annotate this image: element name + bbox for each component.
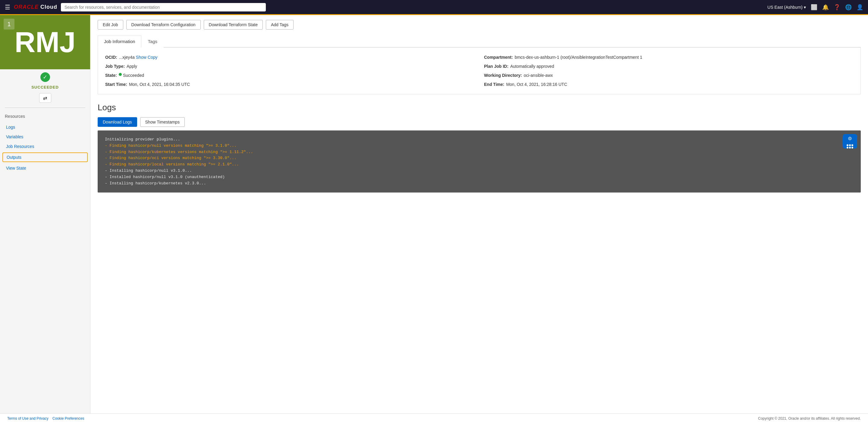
help-fab-dots (846, 144, 853, 149)
sidebar-initials: RMJ (14, 28, 76, 57)
sidebar-divider (5, 107, 85, 108)
topnav: ☰ ORACLE Cloud US East (Ashburn) ▾ ⬜ 🔔 ❓… (0, 0, 868, 15)
working-dir-label: Working Directory: (484, 73, 522, 78)
terms-link[interactable]: Terms of Use and Privacy (7, 416, 49, 421)
sidebar-item-variables[interactable]: Variables (0, 132, 90, 141)
log-line-2: - Finding hashicorp/kubernetes versions … (105, 149, 854, 156)
bell-icon[interactable]: 🔔 (822, 4, 829, 10)
log-line-5: - Installing hashicorp/null v3.1.0... (105, 168, 854, 174)
show-timestamps-button[interactable]: Show Timestamps (140, 117, 185, 127)
plan-job-id-label: Plan Job ID: (484, 64, 508, 69)
sidebar-status-icon-container: ✓ (0, 69, 90, 84)
sidebar: 1 RMJ ✓ SUCCEEDED ⇄ Resources Logs Varia… (0, 15, 90, 413)
tab-tags[interactable]: Tags (141, 36, 164, 47)
info-card: OCID: ...xjey4a Show Copy Job Type: Appl… (98, 47, 861, 94)
log-line-1: - Finding hashicorp/null versions matchi… (105, 143, 854, 149)
info-left: OCID: ...xjey4a Show Copy Job Type: Appl… (105, 55, 474, 87)
state-label: State: (105, 73, 117, 78)
copy-link[interactable]: Copy (148, 55, 158, 60)
end-time-row: End Time: Mon, Oct 4, 2021, 16:28:16 UTC (484, 82, 853, 87)
log-line-6: - Installed hashicorp/null v3.1.0 (unaut… (105, 174, 854, 181)
info-right: Compartment: bmcs-dex-us-ashburn-1 (root… (484, 55, 853, 87)
add-tags-button[interactable]: Add Tags (266, 20, 293, 30)
log-line-3: - Finding hashicorp/oci versions matchin… (105, 155, 854, 161)
search-input[interactable] (61, 3, 266, 11)
working-dir-row: Working Directory: oci-ansible-awx (484, 73, 853, 78)
logs-section-title: Logs (98, 103, 861, 112)
logs-toolbar: Download Logs Show Timestamps (98, 117, 861, 127)
resources-label: Resources (0, 111, 90, 121)
user-icon[interactable]: 👤 (857, 4, 863, 10)
download-terraform-state-button[interactable]: Download Terraform State (204, 20, 263, 30)
state-value: Succeeded (123, 73, 144, 78)
download-logs-button[interactable]: Download Logs (98, 117, 137, 127)
sidebar-nav: Logs Variables Job Resources Outputs Vie… (0, 121, 90, 174)
ocid-value: ...xjey4a (119, 55, 135, 60)
job-type-label: Job Type: (105, 64, 125, 69)
hamburger-menu-icon[interactable]: ☰ (5, 4, 10, 11)
start-time-label: Start Time: (105, 82, 127, 87)
sidebar-item-view-state[interactable]: View State (0, 163, 90, 173)
logs-section: Logs Download Logs Show Timestamps Initi… (98, 103, 861, 193)
footer: Terms of Use and Privacy Cookie Preferen… (0, 413, 868, 423)
succeeded-icon: ✓ (40, 72, 50, 82)
globe-icon[interactable]: 🌐 (845, 4, 852, 10)
end-time-label: End Time: (484, 82, 504, 87)
job-type-row: Job Type: Apply (105, 64, 474, 69)
sidebar-item-logs[interactable]: Logs (0, 122, 90, 132)
cookie-preferences-link[interactable]: Cookie Preferences (53, 416, 84, 421)
state-row: State: Succeeded (105, 73, 474, 78)
info-grid: OCID: ...xjey4a Show Copy Job Type: Appl… (105, 55, 853, 87)
log-line-4: - Finding hashicorp/local versions match… (105, 161, 854, 168)
state-dot (119, 73, 122, 76)
plan-job-id-value: Automatically approved (510, 64, 554, 69)
region-selector[interactable]: US East (Ashburn) ▾ (767, 5, 806, 10)
compartment-value: bmcs-dex-us-ashburn-1 (root)/AnsibleInte… (515, 55, 642, 60)
footer-left: Terms of Use and Privacy Cookie Preferen… (7, 416, 84, 421)
help-fab-button[interactable]: ⊙ (843, 134, 857, 149)
compartment-row: Compartment: bmcs-dex-us-ashburn-1 (root… (484, 55, 853, 60)
end-time-value: Mon, Oct 4, 2021, 16:28:16 UTC (506, 82, 567, 87)
log-line-7: - Installing hashicorp/kubernetes v2.3.0… (105, 181, 854, 187)
start-time-value: Mon, Oct 4, 2021, 16:04:35 UTC (129, 82, 190, 87)
terminal-icon[interactable]: ⬜ (811, 4, 817, 10)
job-type-value: Apply (127, 64, 137, 69)
oracle-logo: ORACLE Cloud (14, 4, 57, 10)
sidebar-status-text: SUCCEEDED (0, 84, 90, 92)
start-time-row: Start Time: Mon, Oct 4, 2021, 16:04:35 U… (105, 82, 474, 87)
ocid-row: OCID: ...xjey4a Show Copy (105, 55, 474, 60)
chevron-down-icon: ▾ (804, 5, 806, 10)
download-terraform-config-button[interactable]: Download Terraform Configuration (126, 20, 201, 30)
help-circle-icon: ⊙ (848, 134, 852, 144)
ocid-label: OCID: (105, 55, 117, 60)
sidebar-item-job-resources[interactable]: Job Resources (0, 141, 90, 151)
swap-icon-button[interactable]: ⇄ (39, 93, 51, 103)
topnav-right: US East (Ashburn) ▾ ⬜ 🔔 ❓ 🌐 👤 (767, 4, 863, 10)
edit-job-button[interactable]: Edit Job (98, 20, 123, 30)
show-link[interactable]: Show (136, 55, 147, 60)
plan-job-id-row: Plan Job ID: Automatically approved (484, 64, 853, 69)
main-layout: 1 RMJ ✓ SUCCEEDED ⇄ Resources Logs Varia… (0, 15, 868, 413)
tab-job-information[interactable]: Job Information (98, 36, 141, 47)
toolbar: Edit Job Download Terraform Configuratio… (98, 20, 861, 30)
log-area: Initializing provider plugins... - Findi… (98, 130, 861, 193)
working-dir-value: oci-ansible-awx (524, 73, 553, 78)
sidebar-badge: 1 (4, 19, 14, 30)
compartment-label: Compartment: (484, 55, 513, 60)
help-icon[interactable]: ❓ (834, 4, 840, 10)
footer-copyright: Copyright © 2021, Oracle and/or its affi… (758, 416, 861, 421)
sidebar-item-outputs[interactable]: Outputs (2, 153, 88, 162)
log-line-0: Initializing provider plugins... (105, 136, 854, 143)
sidebar-logo-area: 1 RMJ (0, 15, 90, 69)
tab-bar: Job Information Tags (98, 36, 861, 47)
main-content: Edit Job Download Terraform Configuratio… (90, 15, 868, 413)
